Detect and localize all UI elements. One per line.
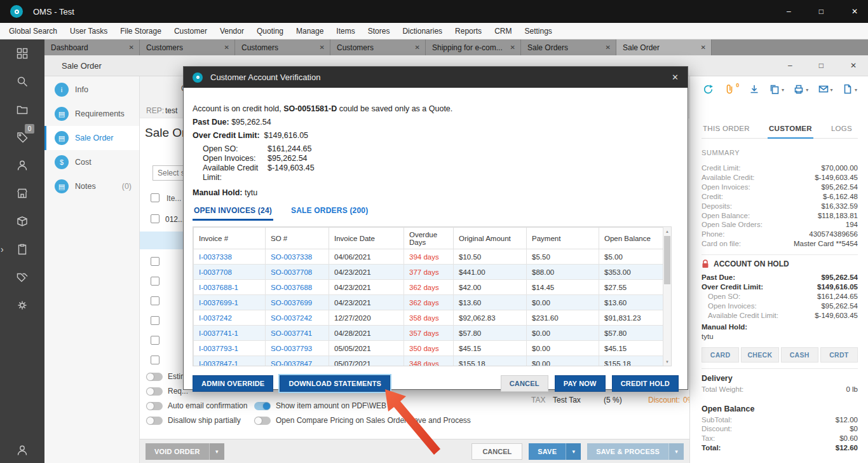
sale-order-link[interactable]: SO-0037847 xyxy=(266,356,329,367)
menu-item[interactable]: Stores xyxy=(362,27,397,36)
row-checkbox[interactable] xyxy=(151,356,159,364)
nav-item[interactable]: $ Cost xyxy=(44,150,139,174)
pay-now-button[interactable]: PAY NOW xyxy=(555,375,606,392)
admin-override-button[interactable]: ADMIN OVERRIDE xyxy=(193,375,273,392)
box-icon[interactable] xyxy=(16,215,29,228)
minimize-button[interactable]: – xyxy=(787,8,791,15)
void-order-menu-icon[interactable]: ▾ xyxy=(209,443,224,460)
invoice-link[interactable]: I-0037338 xyxy=(194,249,266,265)
row-checkbox[interactable] xyxy=(151,316,159,325)
sale-order-link[interactable]: SO-0037242 xyxy=(266,310,329,326)
panel-tab[interactable]: THIS ORDER xyxy=(702,121,751,138)
payment-method-button[interactable]: CHECK xyxy=(741,347,778,363)
row-checkbox[interactable] xyxy=(151,336,159,345)
contact-icon[interactable] xyxy=(16,159,29,172)
document-tab[interactable]: Dashboard ✕ xyxy=(44,39,140,55)
maximize-button[interactable]: □ xyxy=(819,8,824,15)
toggle-switch[interactable] xyxy=(146,387,163,396)
gear-icon[interactable] xyxy=(16,299,29,312)
menu-item[interactable]: Items xyxy=(330,27,361,36)
menu-item[interactable]: Dictionaries xyxy=(396,27,449,36)
store-icon[interactable] xyxy=(16,187,29,200)
document-tab[interactable]: Customers ✕ xyxy=(140,39,235,55)
column-header[interactable]: Overdue Days xyxy=(404,228,454,249)
select-all-checkbox[interactable] xyxy=(151,193,159,202)
invoice-link[interactable]: I-0037699-1 xyxy=(194,295,266,310)
payment-method-button[interactable]: CRDT xyxy=(820,347,858,363)
menu-item[interactable]: Global Search xyxy=(3,27,64,36)
label-icon[interactable] xyxy=(16,271,29,284)
inner-close-button[interactable]: ✕ xyxy=(850,62,857,69)
invoice-link[interactable]: I-0037847-1 xyxy=(194,356,266,367)
close-button[interactable]: ✕ xyxy=(851,8,858,15)
nav-item[interactable]: ▤ Notes (0) xyxy=(44,174,139,198)
menu-item[interactable]: Settings xyxy=(518,27,558,36)
column-header[interactable]: Invoice # xyxy=(194,228,266,249)
invoice-link[interactable]: I-0037242 xyxy=(194,310,266,326)
payment-method-button[interactable]: CASH xyxy=(781,347,818,363)
user-profile-icon[interactable] xyxy=(16,444,29,457)
dashboard-icon[interactable] xyxy=(16,47,29,60)
nav-item[interactable]: i Info xyxy=(44,78,139,102)
tab-close-icon[interactable]: ✕ xyxy=(600,44,611,51)
menu-item[interactable]: File Storage xyxy=(114,27,168,36)
menu-item[interactable]: CRM xyxy=(488,27,518,36)
menu-item[interactable]: Reports xyxy=(449,27,488,36)
save-and-process-button[interactable]: SAVE & PROCESS ▾ xyxy=(587,443,684,460)
print-menu-icon[interactable]: ▾ xyxy=(806,87,808,93)
attachments-icon[interactable]: 0 xyxy=(723,83,739,95)
sale-order-link[interactable]: SO-0037708 xyxy=(266,265,329,280)
tab-close-icon[interactable]: ✕ xyxy=(505,44,515,51)
tax-name[interactable]: Test Tax xyxy=(553,396,581,404)
column-header[interactable]: SO # xyxy=(266,228,329,249)
menu-item[interactable]: Manage xyxy=(290,27,330,36)
document-tab[interactable]: Customers ✕ xyxy=(235,39,330,55)
menu-item[interactable]: Customer xyxy=(168,27,214,36)
menu-item[interactable]: Quoting xyxy=(250,27,290,36)
cancel-button[interactable]: CANCEL xyxy=(471,443,522,460)
email-icon[interactable]: ▾ xyxy=(818,83,833,95)
refresh-icon[interactable] xyxy=(702,83,714,95)
copy-icon[interactable]: ▾ xyxy=(769,83,784,95)
void-order-button[interactable]: VOID ORDER ▾ xyxy=(146,443,224,460)
document-tab[interactable]: Shipping for e-com... ✕ xyxy=(426,39,521,55)
document-tab[interactable]: Sale Order ✕ xyxy=(616,39,712,55)
sale-order-link[interactable]: SO-0037741 xyxy=(266,326,329,341)
toggle-switch[interactable] xyxy=(146,373,163,381)
tab-close-icon[interactable]: ✕ xyxy=(219,44,229,51)
scrollbar-thumb[interactable] xyxy=(664,236,670,284)
inner-restore-button[interactable]: □ xyxy=(819,62,824,69)
new-document-icon[interactable]: ▾ xyxy=(842,83,857,95)
scroll-up-icon[interactable]: ▲ xyxy=(663,227,671,235)
menu-item[interactable]: User Tasks xyxy=(64,27,114,36)
download-icon[interactable] xyxy=(749,83,760,95)
invoice-link[interactable]: I-0037793-1 xyxy=(194,341,266,356)
dialog-cancel-button[interactable]: CANCEL xyxy=(501,375,548,392)
toggle-switch[interactable] xyxy=(146,402,163,410)
invoice-link[interactable]: I-0037708 xyxy=(194,265,266,280)
sale-order-link[interactable]: SO-0037688 xyxy=(266,280,329,295)
tab-close-icon[interactable]: ✕ xyxy=(410,44,420,51)
tab-close-icon[interactable]: ✕ xyxy=(315,44,325,51)
row-checkbox[interactable] xyxy=(151,214,159,223)
save-menu-icon[interactable]: ▾ xyxy=(566,443,581,460)
search-icon[interactable] xyxy=(16,75,29,88)
invoice-link[interactable]: I-0037741-1 xyxy=(194,326,266,341)
row-checkbox[interactable] xyxy=(151,296,159,305)
sale-order-link[interactable]: SO-0037338 xyxy=(266,249,329,265)
new-document-menu-icon[interactable]: ▾ xyxy=(855,87,857,93)
toggle-switch[interactable] xyxy=(146,417,163,425)
dialog-tab[interactable]: SALE ORDERS (200) xyxy=(290,204,369,221)
toggle-switch[interactable] xyxy=(254,402,271,410)
column-header[interactable]: Original Amount xyxy=(454,228,527,249)
document-tab[interactable]: Customers ✕ xyxy=(330,39,426,55)
scroll-down-icon[interactable]: ▼ xyxy=(663,357,671,366)
download-statements-button[interactable]: DOWNLOAD STATEMENTS xyxy=(280,375,390,392)
folder-icon[interactable] xyxy=(16,103,29,116)
menu-item[interactable]: Vendor xyxy=(214,27,250,36)
dialog-tab[interactable]: OPEN INVOICES (24) xyxy=(193,204,273,221)
column-header[interactable]: Payment xyxy=(527,228,599,249)
sale-order-link[interactable]: SO-0037793 xyxy=(266,341,329,356)
copy-menu-icon[interactable]: ▾ xyxy=(782,87,784,93)
row-checkbox[interactable] xyxy=(151,277,159,286)
